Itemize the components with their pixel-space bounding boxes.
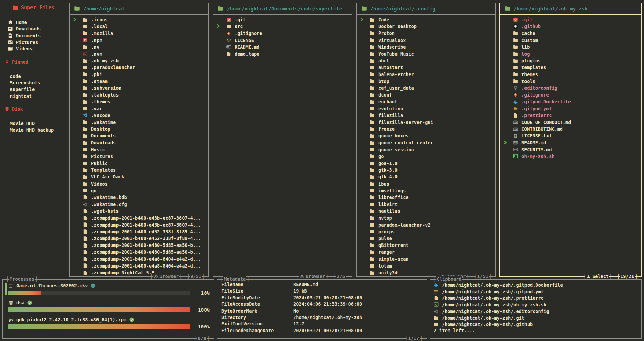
file-row[interactable]: balena-etcher xyxy=(357,71,495,78)
file-row[interactable]: .zcompdump-2001-b400-e452-338f-8f89-4... xyxy=(70,228,208,235)
file-row[interactable]: .oh-my-zsh xyxy=(70,57,208,64)
pinned-item[interactable]: superfile xyxy=(5,86,68,93)
file-row[interactable]: goa-1.0 xyxy=(357,160,495,167)
file-row[interactable]: .wakatime.cfg xyxy=(70,201,208,208)
file-row[interactable]: libreoffice xyxy=(357,194,495,201)
file-row[interactable]: .icons xyxy=(70,16,208,23)
file-row[interactable]: go xyxy=(357,153,495,160)
file-row[interactable]: VirtualBox xyxy=(357,37,495,44)
file-row[interactable]: .local xyxy=(70,23,208,30)
file-row[interactable]: Public xyxy=(70,160,208,167)
file-row[interactable]: .zcompdump-2001-b400-e43b-ec87-3807-4... xyxy=(70,221,208,228)
file-row[interactable]: procps xyxy=(357,228,495,235)
file-row[interactable]: gtk-3.0 xyxy=(357,167,495,173)
file-row[interactable]: gnome-boxes xyxy=(357,132,495,139)
file-row[interactable]: gnome-session xyxy=(357,146,495,153)
file-row[interactable]: .mozilla xyxy=(70,30,208,37)
file-row[interactable]: cef_user_data xyxy=(357,85,495,91)
pinned-item[interactable]: Screenshots xyxy=(5,80,68,86)
file-row[interactable]: .gitpod.Dockerfile xyxy=(500,98,641,105)
file-row[interactable]: filezilla-server-gui xyxy=(357,119,495,126)
file-row[interactable]: paradox-launcher-v2 xyxy=(357,221,495,228)
file-row[interactable]: .git xyxy=(500,16,641,23)
file-row[interactable]: .nv xyxy=(70,44,208,50)
file-row[interactable]: freeze xyxy=(357,126,495,132)
file-row[interactable]: filezilla xyxy=(357,112,495,119)
file-row[interactable]: YouTube Music xyxy=(357,50,495,57)
file-row[interactable]: Pictures xyxy=(70,153,208,160)
file-row[interactable]: Videos xyxy=(70,180,208,187)
file-row[interactable]: plugins xyxy=(500,57,641,64)
file-row[interactable]: .paradoxlauncher xyxy=(70,64,208,71)
file-row[interactable]: .subversion xyxy=(70,85,208,91)
sidebar-nav-item[interactable]: Home xyxy=(5,19,68,26)
pinned-item[interactable]: code xyxy=(5,73,68,80)
file-row[interactable]: Music xyxy=(70,146,208,153)
process-row[interactable]: Game.of.Thrones.S02E02.mkv 18% xyxy=(8,282,210,296)
file-row[interactable]: .wakatime.bdb xyxy=(70,194,208,201)
file-row[interactable]: Desktop xyxy=(70,126,208,132)
file-row[interactable]: .zcompdump-2001-b400-e4a8-8404-e4a2-d... xyxy=(70,262,208,269)
file-row[interactable]: .zcompdump-2001-b400-e480-5d85-aa50-b... xyxy=(70,242,208,249)
file-row[interactable]: .steam xyxy=(70,78,208,85)
file-row[interactable]: Documents xyxy=(70,132,208,139)
file-row[interactable]: qBittorrent xyxy=(357,242,495,249)
file-row[interactable]: VLC-Arc-Dark xyxy=(70,173,208,180)
file-row[interactable]: abrt xyxy=(357,57,495,64)
file-row[interactable]: Templates xyxy=(70,167,208,173)
file-row[interactable]: .prettierrc xyxy=(500,112,641,119)
file-row[interactable]: gnome-control-center xyxy=(357,139,495,146)
file-row[interactable]: README.md xyxy=(213,44,352,50)
file-row[interactable]: CODE_OF_CONDUCT.md xyxy=(500,119,641,126)
file-row[interactable]: gtk-4.0 xyxy=(357,173,495,180)
file-row[interactable]: lib xyxy=(500,44,641,50)
file-row[interactable]: .var xyxy=(70,105,208,112)
pinned-item[interactable]: nightcat xyxy=(5,93,68,100)
file-row[interactable]: .nvm xyxy=(70,50,208,57)
file-row[interactable]: pulse xyxy=(357,235,495,242)
file-row[interactable]: src xyxy=(213,23,352,30)
file-row[interactable]: Code xyxy=(357,16,495,23)
file-row[interactable]: ranger xyxy=(357,249,495,255)
file-row[interactable]: autostart xyxy=(357,64,495,71)
file-row[interactable]: simple-scan xyxy=(357,256,495,262)
file-row[interactable]: demo.tape xyxy=(213,50,352,57)
file-row[interactable]: templates xyxy=(500,64,641,71)
file-row[interactable]: imsettings xyxy=(357,187,495,194)
file-row[interactable]: .zcompdump-2001-b400-e4a8-8404-e4a2-d... xyxy=(70,256,208,262)
file-row[interactable]: SECURITY.md xyxy=(500,146,641,153)
file-row[interactable]: ibus xyxy=(357,180,495,187)
file-row[interactable]: .pki xyxy=(70,71,208,78)
file-row[interactable]: LICENSE.txt xyxy=(500,132,641,139)
file-row[interactable]: Downloads xyxy=(70,139,208,146)
sidebar-nav-item[interactable]: Pictures xyxy=(5,39,68,46)
file-row[interactable]: dconf xyxy=(357,91,495,98)
file-row[interactable]: tools xyxy=(500,78,641,85)
file-row[interactable]: totem xyxy=(357,262,495,269)
file-row[interactable]: Docker Desktop xyxy=(357,23,495,30)
file-row[interactable]: nautilus xyxy=(357,208,495,214)
file-row[interactable]: .themes xyxy=(70,98,208,105)
file-row[interactable]: .wget-hsts xyxy=(70,208,208,214)
file-row[interactable]: .wakatime xyxy=(70,119,208,126)
file-row[interactable]: .vscode xyxy=(70,112,208,119)
file-row[interactable]: nvtop xyxy=(357,214,495,221)
file-row[interactable]: btop xyxy=(357,78,495,85)
file-row[interactable]: CONTRIBUTING.md xyxy=(500,126,641,132)
file-row[interactable]: .editorconfig xyxy=(500,85,641,91)
process-row[interactable]: gdk-pixbuf2-2.42.10-2.fc38.x86_64(1).rpm… xyxy=(8,316,210,329)
disk-item[interactable]: Movie HHD xyxy=(5,120,68,127)
file-row[interactable]: .tableplus xyxy=(70,91,208,98)
file-row[interactable]: log xyxy=(500,50,641,57)
file-row[interactable]: .gitignore xyxy=(213,30,352,37)
file-row[interactable]: .gitpod.yml xyxy=(500,105,641,112)
file-row[interactable]: .zcompdump-2001-b400-e480-5d85-aa50-b... xyxy=(70,249,208,255)
file-row[interactable]: Windscribe xyxy=(357,44,495,50)
file-row[interactable]: .git xyxy=(213,16,352,23)
sidebar-nav-item[interactable]: Downloads xyxy=(5,26,68,33)
file-row[interactable]: .npm xyxy=(70,37,208,44)
process-row[interactable]: dsa 100% xyxy=(8,299,210,313)
sidebar-nav-item[interactable]: Videos xyxy=(5,45,68,52)
file-row[interactable]: go xyxy=(70,187,208,194)
file-row[interactable]: enchant xyxy=(357,98,495,105)
